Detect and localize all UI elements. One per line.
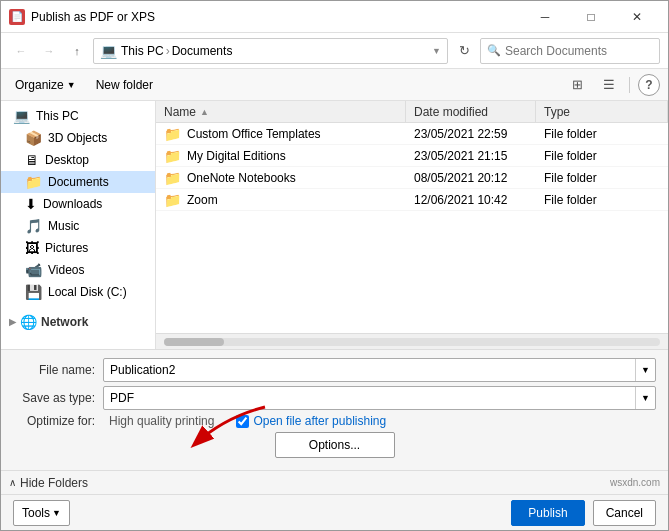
forward-button[interactable]: → — [37, 39, 61, 63]
table-row[interactable]: 📁 My Digital Editions 23/05/2021 21:15 F… — [156, 145, 668, 167]
savetype-label: Save as type: — [13, 391, 103, 405]
folder-icon: 📁 — [164, 192, 181, 208]
organize-toolbar: Organize ▼ New folder ⊞ ☰ ? — [1, 69, 668, 101]
documents-icon: 📁 — [25, 174, 42, 190]
col-header-date[interactable]: Date modified — [406, 101, 536, 122]
maximize-button[interactable]: □ — [568, 1, 614, 33]
minimize-button[interactable]: ─ — [522, 1, 568, 33]
file-name-cell: 📁 Custom Office Templates — [156, 126, 406, 142]
search-box[interactable]: 🔍 — [480, 38, 660, 64]
new-folder-button[interactable]: New folder — [90, 73, 159, 97]
publish-button[interactable]: Publish — [511, 500, 584, 526]
col-header-name[interactable]: Name ▲ — [156, 101, 406, 122]
scroll-thumb — [164, 338, 224, 346]
breadcrumb: This PC › Documents — [121, 44, 232, 58]
savetype-field-container[interactable]: ▼ — [103, 386, 656, 410]
folder-icon: 📁 — [164, 126, 181, 142]
downloads-icon: ⬇ — [25, 196, 37, 212]
close-button[interactable]: ✕ — [614, 1, 660, 33]
help-button[interactable]: ? — [638, 74, 660, 96]
desktop-icon: 🖥 — [25, 152, 39, 168]
organize-button[interactable]: Organize ▼ — [9, 73, 82, 97]
back-button[interactable]: ← — [9, 39, 33, 63]
window-title: Publish as PDF or XPS — [31, 10, 522, 24]
breadcrumb-documents: Documents — [172, 44, 233, 58]
3dobjects-icon: 📦 — [25, 130, 42, 146]
cancel-button[interactable]: Cancel — [593, 500, 656, 526]
file-type-cell: File folder — [536, 149, 668, 163]
divider — [629, 77, 630, 93]
sidebar-item-pictures[interactable]: 🖼 Pictures — [1, 237, 155, 259]
sidebar-item-label: Local Disk (C:) — [48, 285, 127, 299]
filename-row: File name: ▼ — [13, 358, 656, 382]
sidebar-item-downloads[interactable]: ⬇ Downloads — [1, 193, 155, 215]
optimize-value: High quality printing — [103, 414, 220, 428]
sidebar-item-localdisk[interactable]: 💾 Local Disk (C:) — [1, 281, 155, 303]
file-type-cell: File folder — [536, 171, 668, 185]
file-type-cell: File folder — [536, 193, 668, 207]
tools-button[interactable]: Tools ▼ — [13, 500, 70, 526]
file-area: Name ▲ Date modified Type 📁 — [156, 101, 668, 349]
optimize-row: Optimize for: High quality printing Open… — [13, 414, 656, 428]
sidebar-item-label: Downloads — [43, 197, 102, 211]
horizontal-scrollbar[interactable] — [156, 333, 668, 349]
window-icon: 📄 — [9, 9, 25, 25]
sidebar-item-label: Videos — [48, 263, 84, 277]
navigation-toolbar: ← → ↑ 💻 This PC › Documents ▼ ↻ 🔍 — [1, 33, 668, 69]
view-button[interactable]: ⊞ — [565, 73, 589, 97]
table-row[interactable]: 📁 Zoom 12/06/2021 10:42 File folder — [156, 189, 668, 211]
search-icon: 🔍 — [487, 44, 501, 57]
sidebar-item-3dobjects[interactable]: 📦 3D Objects — [1, 127, 155, 149]
address-icon: 💻 — [100, 43, 117, 59]
table-row[interactable]: 📁 OneNote Notebooks 08/05/2021 20:12 Fil… — [156, 167, 668, 189]
scroll-track — [164, 338, 660, 346]
sidebar-network-section[interactable]: ▶ 🌐 Network — [1, 311, 155, 333]
main-area: 💻 This PC 📦 3D Objects 🖥 Desktop 📁 Docum… — [1, 101, 668, 349]
file-list-header: Name ▲ Date modified Type — [156, 101, 668, 123]
music-icon: 🎵 — [25, 218, 42, 234]
search-input[interactable] — [505, 44, 655, 58]
filename-input[interactable] — [104, 358, 635, 382]
sidebar-item-desktop[interactable]: 🖥 Desktop — [1, 149, 155, 171]
sidebar-item-thispc[interactable]: 💻 This PC — [1, 105, 155, 127]
sidebar-item-documents[interactable]: 📁 Documents — [1, 171, 155, 193]
filename-dropdown-arrow[interactable]: ▼ — [635, 359, 655, 381]
red-arrow-annotation — [125, 402, 285, 462]
sidebar: 💻 This PC 📦 3D Objects 🖥 Desktop 📁 Docum… — [1, 101, 156, 349]
filename-label: File name: — [13, 363, 103, 377]
savetype-input — [104, 386, 635, 410]
window-controls: ─ □ ✕ — [522, 1, 660, 33]
filename-field-container[interactable]: ▼ — [103, 358, 656, 382]
open-after-label[interactable]: Open file after publishing — [253, 414, 386, 428]
sidebar-item-label: Documents — [48, 175, 109, 189]
file-name-cell: 📁 OneNote Notebooks — [156, 170, 406, 186]
thispc-icon: 💻 — [13, 108, 30, 124]
pictures-icon: 🖼 — [25, 240, 39, 256]
col-header-type[interactable]: Type — [536, 101, 668, 122]
sidebar-item-label: 3D Objects — [48, 131, 107, 145]
savetype-dropdown-arrow[interactable]: ▼ — [635, 387, 655, 409]
hide-folders-bar[interactable]: ∧ Hide Folders wsxdn.com — [1, 470, 668, 494]
file-list: 📁 Custom Office Templates 23/05/2021 22:… — [156, 123, 668, 333]
refresh-button[interactable]: ↻ — [452, 39, 476, 63]
network-label: Network — [41, 315, 88, 329]
address-bar[interactable]: 💻 This PC › Documents ▼ — [93, 38, 448, 64]
file-date-cell: 23/05/2021 21:15 — [406, 149, 536, 163]
tools-arrow: ▼ — [52, 508, 61, 518]
address-dropdown-arrow[interactable]: ▼ — [432, 46, 441, 56]
localdisk-icon: 💾 — [25, 284, 42, 300]
sidebar-item-videos[interactable]: 📹 Videos — [1, 259, 155, 281]
options-button[interactable]: Options... — [275, 432, 395, 458]
breadcrumb-thispc: This PC — [121, 44, 164, 58]
folder-icon: 📁 — [164, 170, 181, 186]
up-button[interactable]: ↑ — [65, 39, 89, 63]
optimize-label: Optimize for: — [13, 414, 103, 428]
sidebar-item-label: This PC — [36, 109, 79, 123]
sort-arrow: ▲ — [200, 107, 209, 117]
view-list-button[interactable]: ☰ — [597, 73, 621, 97]
sidebar-item-label: Pictures — [45, 241, 88, 255]
sidebar-item-music[interactable]: 🎵 Music — [1, 215, 155, 237]
table-row[interactable]: 📁 Custom Office Templates 23/05/2021 22:… — [156, 123, 668, 145]
open-after-checkbox[interactable] — [236, 415, 249, 428]
breadcrumb-sep1: › — [166, 44, 170, 58]
